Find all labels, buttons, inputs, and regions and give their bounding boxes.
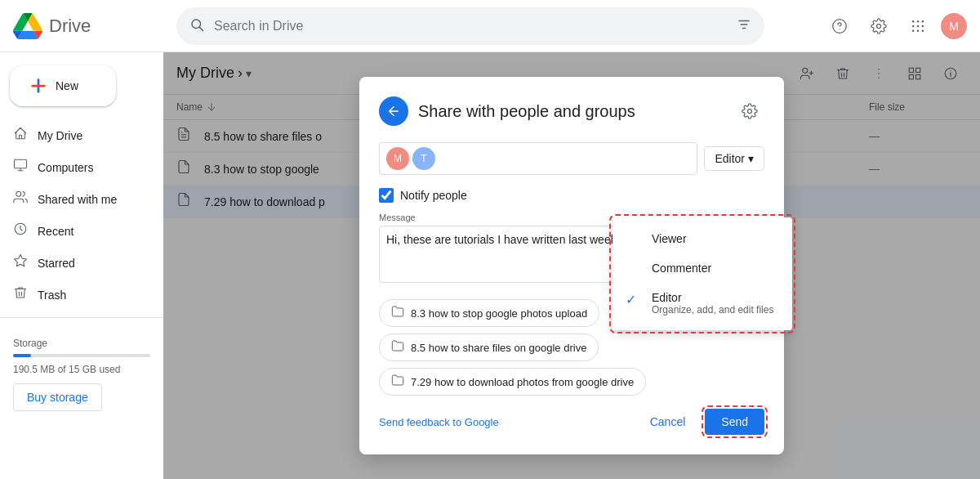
storage-bar-background — [13, 354, 150, 357]
dropdown-arrow: ▾ — [748, 152, 754, 165]
svg-rect-15 — [15, 159, 27, 168]
notify-checkbox[interactable] — [379, 188, 394, 203]
trash-icon — [13, 285, 28, 304]
modal-back-button[interactable] — [379, 96, 408, 126]
storage-section: Storage 190.5 MB of 15 GB used Buy stora… — [0, 325, 163, 424]
sidebar-item-my-drive[interactable]: My Drive — [0, 119, 157, 151]
sidebar-item-label: Computers — [38, 161, 93, 174]
modal-header: Share with people and groups — [379, 96, 764, 126]
editor-dropdown-button[interactable]: Editor ▾ — [704, 146, 764, 171]
svg-marker-20 — [15, 255, 27, 266]
share-modal: Share with people and groups M T Editor … — [359, 77, 784, 454]
folder-icon — [391, 339, 404, 356]
sidebar-item-label: My Drive — [38, 129, 82, 142]
logo-area: Drive — [13, 11, 176, 41]
svg-point-8 — [917, 25, 920, 27]
sidebar-item-shared[interactable]: Shared with me — [0, 183, 157, 215]
svg-point-4 — [912, 20, 915, 22]
my-drive-icon — [13, 126, 28, 145]
main-layout: New My Drive Computers Shared with me Re… — [0, 52, 980, 479]
permission-dropdown: Viewer Commenter ✓ Editor Organize, a — [612, 217, 792, 330]
footer-buttons: Cancel Send — [637, 409, 764, 435]
folder-icon — [391, 305, 404, 321]
svg-point-11 — [917, 29, 920, 32]
topbar: Drive M — [0, 0, 980, 52]
search-icon — [189, 17, 204, 35]
search-input[interactable] — [214, 19, 727, 34]
sidebar-item-label: Recent — [38, 225, 74, 238]
sidebar-item-label: Shared with me — [38, 193, 117, 206]
dropdown-item-viewer[interactable]: Viewer — [612, 224, 792, 253]
dropdown-editor-text: Editor Organize, add, and edit files — [652, 291, 779, 316]
folder-item-label: 8.5 how to share files on google drive — [411, 342, 586, 354]
modal-settings-button[interactable] — [735, 96, 764, 126]
new-button-label: New — [56, 79, 78, 92]
new-button[interactable]: New — [10, 65, 116, 106]
list-item[interactable]: 8.5 how to share files on google drive — [379, 334, 599, 361]
recent-icon — [13, 222, 28, 240]
modal-footer: Send feedback to Google Cancel Send — [379, 409, 764, 435]
sidebar-item-label: Starred — [38, 257, 75, 270]
editor-desc: Organize, add, and edit files — [652, 304, 779, 316]
dropdown-item-editor[interactable]: ✓ Editor Organize, add, and edit files — [612, 283, 792, 324]
storage-used-text: 190.5 MB of 15 GB used — [13, 364, 150, 375]
editor-label: Editor — [715, 152, 745, 165]
apps-button[interactable] — [902, 10, 934, 43]
cancel-button[interactable]: Cancel — [637, 409, 699, 435]
dropdown-item-commenter[interactable]: Commenter — [612, 253, 792, 283]
share-input-row: M T Editor ▾ — [379, 142, 764, 175]
notify-label: Notify people — [400, 189, 467, 202]
list-item[interactable]: 8.3 how to stop google photos upload — [379, 299, 599, 327]
send-button[interactable]: Send — [705, 409, 764, 435]
sidebar-item-starred[interactable]: Starred — [0, 247, 157, 279]
sidebar-divider — [0, 317, 163, 318]
modal-title: Share with people and groups — [418, 102, 725, 121]
svg-point-6 — [922, 20, 924, 22]
search-bar[interactable] — [176, 7, 764, 45]
svg-line-1 — [199, 27, 203, 30]
sidebar: New My Drive Computers Shared with me Re… — [0, 52, 163, 479]
list-item[interactable]: 7.29 how to download photos from google … — [379, 368, 646, 396]
feedback-link[interactable]: Send feedback to Google — [379, 416, 499, 428]
share-input-wrapper[interactable]: M T — [379, 142, 697, 175]
app-name: Drive — [49, 16, 91, 37]
svg-point-10 — [912, 29, 915, 32]
sidebar-item-recent[interactable]: Recent — [0, 215, 157, 247]
editor-label-option: Editor — [652, 291, 779, 304]
shared-icon — [13, 190, 28, 208]
sidebar-item-trash[interactable]: Trash — [0, 279, 157, 311]
modal-overlay[interactable]: Share with people and groups M T Editor … — [163, 52, 980, 479]
new-plus-icon — [29, 77, 47, 95]
storage-bar-fill — [13, 354, 31, 357]
commenter-label: Commenter — [652, 262, 779, 275]
star-icon — [13, 253, 28, 272]
svg-point-3 — [839, 29, 840, 29]
folder-item-label: 8.3 how to stop google photos upload — [411, 307, 587, 320]
drive-logo-icon — [13, 11, 42, 41]
buy-storage-button[interactable]: Buy storage — [13, 383, 102, 411]
settings-button[interactable] — [862, 10, 895, 43]
user-avatar[interactable]: M — [941, 13, 967, 39]
share-email-input[interactable] — [439, 152, 690, 165]
svg-point-5 — [917, 20, 920, 22]
sidebar-item-label: Trash — [38, 289, 66, 302]
svg-point-18 — [16, 191, 21, 196]
storage-label: Storage — [13, 338, 150, 349]
svg-point-7 — [912, 25, 915, 27]
dropdown-commenter-text: Commenter — [652, 262, 779, 275]
recipient-avatar: T — [412, 147, 435, 170]
sender-avatar: M — [386, 147, 409, 170]
filter-icon[interactable] — [737, 17, 751, 35]
computers-icon — [13, 158, 28, 177]
dropdown-viewer-text: Viewer — [652, 232, 779, 245]
content-area: My Drive › ▾ — [163, 52, 980, 479]
notify-row: Notify people — [379, 188, 764, 203]
viewer-label: Viewer — [652, 232, 779, 245]
svg-point-9 — [922, 25, 924, 27]
svg-point-12 — [922, 29, 924, 32]
folder-icon — [391, 374, 404, 390]
help-button[interactable] — [823, 10, 856, 43]
folder-item-label: 7.29 how to download photos from google … — [411, 376, 634, 388]
sidebar-item-computers[interactable]: Computers — [0, 151, 157, 183]
editor-check-icon: ✓ — [626, 292, 642, 307]
